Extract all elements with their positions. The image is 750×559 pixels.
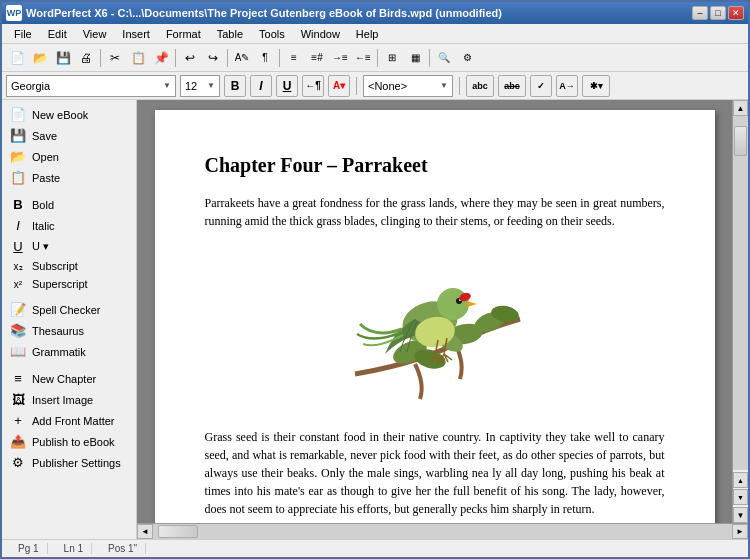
format-para-button[interactable]: ¶ — [254, 47, 276, 69]
menu-table[interactable]: Table — [209, 26, 251, 42]
bird-illustration-area — [205, 244, 665, 414]
format-font-button[interactable]: A✎ — [231, 47, 253, 69]
publisher-settings-icon: ⚙ — [10, 455, 26, 470]
scroll-right-button[interactable]: ► — [732, 524, 748, 539]
underline-button[interactable]: U — [276, 75, 298, 97]
table-button[interactable]: ⊞ — [381, 47, 403, 69]
auto-correct-button[interactable]: A→ — [556, 75, 578, 97]
scroll-track-v[interactable] — [733, 116, 748, 470]
sidebar-item-grammatik[interactable]: 📖 Grammatik — [2, 341, 136, 362]
scroll-up-button[interactable]: ▲ — [733, 100, 748, 116]
cut-button[interactable]: ✂ — [104, 47, 126, 69]
format-separator-2 — [459, 77, 460, 95]
title-bar: WP WordPerfect X6 - C:\...\Documents\The… — [2, 2, 748, 24]
scroll-thumb-v[interactable] — [734, 126, 747, 156]
sidebar-item-underline[interactable]: U U ▾ — [2, 236, 136, 257]
chapter-title: Chapter Four – Parrakeet — [205, 150, 665, 180]
menu-tools[interactable]: Tools — [251, 26, 293, 42]
sidebar-item-superscript[interactable]: x² Superscript — [2, 275, 136, 293]
font-dropdown-arrow: ▼ — [163, 81, 171, 90]
sidebar-item-bold[interactable]: B Bold — [2, 194, 136, 215]
close-button[interactable]: ✕ — [728, 6, 744, 20]
document-area[interactable]: Chapter Four – Parrakeet Parrakeets have… — [137, 100, 732, 523]
sidebar-label-underline: U ▾ — [32, 240, 49, 253]
add-front-matter-icon: + — [10, 413, 26, 428]
sidebar-item-new-chapter[interactable]: ≡ New Chapter — [2, 368, 136, 389]
abc-plain-button[interactable]: abc — [466, 75, 494, 97]
app-icon: WP — [6, 5, 22, 21]
outdent-button[interactable]: ←≡ — [352, 47, 374, 69]
sidebar-item-insert-image[interactable]: 🖼 Insert Image — [2, 389, 136, 410]
svg-point-7 — [437, 288, 469, 320]
text-color-button[interactable]: A▾ — [328, 75, 350, 97]
scroll-down-button[interactable]: ▼ — [733, 507, 748, 523]
sidebar-item-publisher-settings[interactable]: ⚙ Publisher Settings — [2, 452, 136, 473]
redo-button[interactable]: ↪ — [202, 47, 224, 69]
menu-file[interactable]: File — [6, 26, 40, 42]
window-controls: – □ ✕ — [692, 6, 744, 20]
sidebar-item-subscript[interactable]: x₂ Subscript — [2, 257, 136, 275]
settings-button[interactable]: ⚙ — [456, 47, 478, 69]
menu-view[interactable]: View — [75, 26, 115, 42]
save-icon: 💾 — [10, 128, 26, 143]
font-selector[interactable]: Georgia ▼ — [6, 75, 176, 97]
sidebar-item-new-ebook[interactable]: 📄 New eBook — [2, 104, 136, 125]
sidebar-item-publish[interactable]: 📤 Publish to eBook — [2, 431, 136, 452]
style-selector[interactable]: <None> ▼ — [363, 75, 453, 97]
spell-button[interactable]: ✓ — [530, 75, 552, 97]
menu-window[interactable]: Window — [293, 26, 348, 42]
abc-strike-button[interactable]: abc — [498, 75, 526, 97]
scroll-track-h[interactable] — [153, 524, 732, 539]
font-size-selector[interactable]: 12 ▼ — [180, 75, 220, 97]
sidebar-item-thesaurus[interactable]: 📚 Thesaurus — [2, 320, 136, 341]
columns-button[interactable]: ▦ — [404, 47, 426, 69]
sidebar-item-add-front-matter[interactable]: + Add Front Matter — [2, 410, 136, 431]
scroll-page-up-button[interactable]: ▲ — [733, 472, 748, 488]
paste-button[interactable]: 📌 — [150, 47, 172, 69]
scroll-left-button[interactable]: ◄ — [137, 524, 153, 539]
sidebar-item-paste[interactable]: 📋 Paste — [2, 167, 136, 188]
paste-icon: 📋 — [10, 170, 26, 185]
indent-decrease-button[interactable]: ←¶ — [302, 75, 324, 97]
menu-bar: File Edit View Insert Format Table Tools… — [2, 24, 748, 44]
window-title: WordPerfect X6 - C:\...\Documents\The Pr… — [26, 7, 502, 19]
sidebar-label-insert-image: Insert Image — [32, 394, 93, 406]
italic-button[interactable]: I — [250, 75, 272, 97]
font-name: Georgia — [11, 80, 50, 92]
title-bar-left: WP WordPerfect X6 - C:\...\Documents\The… — [6, 5, 502, 21]
sidebar-item-italic[interactable]: I Italic — [2, 215, 136, 236]
bold-button[interactable]: B — [224, 75, 246, 97]
sidebar-item-spell-checker[interactable]: 📝 Spell Checker — [2, 299, 136, 320]
sidebar-label-publish: Publish to eBook — [32, 436, 115, 448]
vertical-scrollbar: ▲ ▲ ▼ ▼ — [732, 100, 748, 523]
scroll-page-down-button[interactable]: ▼ — [733, 489, 748, 505]
indent-button[interactable]: →≡ — [329, 47, 351, 69]
save-button[interactable]: 💾 — [52, 47, 74, 69]
scroll-thumb-h[interactable] — [158, 525, 198, 538]
main-area: 📄 New eBook 💾 Save 📂 Open 📋 Paste B Bold — [2, 100, 748, 539]
undo-button[interactable]: ↩ — [179, 47, 201, 69]
new-doc-button[interactable]: 📄 — [6, 47, 28, 69]
style-dropdown-arrow: ▼ — [440, 81, 448, 90]
menu-insert[interactable]: Insert — [114, 26, 158, 42]
menu-help[interactable]: Help — [348, 26, 387, 42]
sidebar-label-italic: Italic — [32, 220, 55, 232]
minimize-button[interactable]: – — [692, 6, 708, 20]
copy-button[interactable]: 📋 — [127, 47, 149, 69]
grammatik-icon: 📖 — [10, 344, 26, 359]
maximize-button[interactable]: □ — [710, 6, 726, 20]
menu-edit[interactable]: Edit — [40, 26, 75, 42]
sidebar-item-save[interactable]: 💾 Save — [2, 125, 136, 146]
macro-button[interactable]: ✱▾ — [582, 75, 610, 97]
bullet-list-button[interactable]: ≡ — [283, 47, 305, 69]
open-button[interactable]: 📂 — [29, 47, 51, 69]
sidebar: 📄 New eBook 💾 Save 📂 Open 📋 Paste B Bold — [2, 100, 137, 539]
spell-checker-icon: 📝 — [10, 302, 26, 317]
menu-format[interactable]: Format — [158, 26, 209, 42]
sidebar-label-thesaurus: Thesaurus — [32, 325, 84, 337]
zoom-button[interactable]: 🔍 — [433, 47, 455, 69]
num-list-button[interactable]: ≡# — [306, 47, 328, 69]
superscript-icon: x² — [10, 279, 26, 290]
print-button[interactable]: 🖨 — [75, 47, 97, 69]
sidebar-item-open[interactable]: 📂 Open — [2, 146, 136, 167]
